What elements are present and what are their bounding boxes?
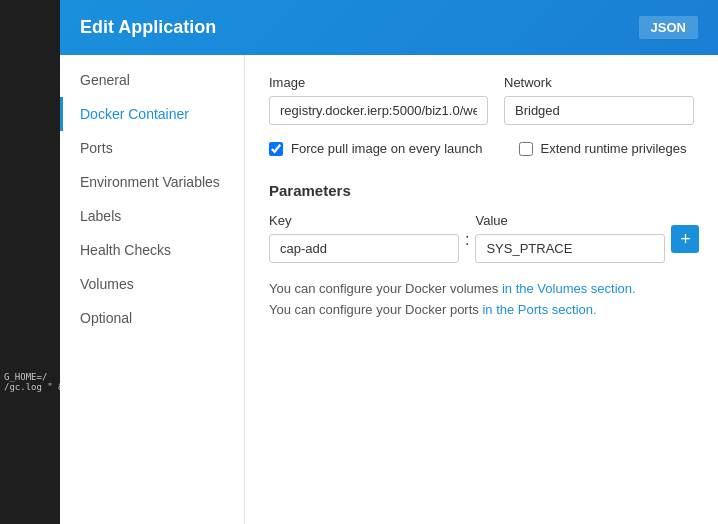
volumes-link[interactable]: in the Volumes section. bbox=[502, 281, 636, 296]
force-pull-row: Force pull image on every launch bbox=[269, 141, 483, 156]
force-pull-label: Force pull image on every launch bbox=[291, 141, 483, 156]
modal-title: Edit Application bbox=[80, 17, 216, 38]
main-content: Image Network Force pull image on every … bbox=[245, 55, 718, 524]
key-label: Key bbox=[269, 213, 459, 228]
value-input[interactable] bbox=[475, 234, 665, 263]
modal-header: Edit Application JSON bbox=[60, 0, 718, 55]
ports-link[interactable]: in the Ports section. bbox=[482, 302, 596, 317]
parameters-row: Key : Value + bbox=[269, 213, 694, 263]
checkboxes-row: Force pull image on every launch Extend … bbox=[269, 141, 694, 164]
json-button[interactable]: JSON bbox=[639, 16, 698, 39]
image-network-row: Image Network bbox=[269, 75, 694, 125]
edit-application-modal: Edit Application JSON General Docker Con… bbox=[60, 0, 718, 524]
add-parameter-button[interactable]: + bbox=[671, 225, 699, 253]
sidebar-item-labels[interactable]: Labels bbox=[60, 199, 244, 233]
sidebar-item-volumes[interactable]: Volumes bbox=[60, 267, 244, 301]
sidebar-item-optional[interactable]: Optional bbox=[60, 301, 244, 335]
image-label: Image bbox=[269, 75, 488, 90]
info-text: You can configure your Docker volumes in… bbox=[269, 279, 694, 321]
sidebar-item-health-checks[interactable]: Health Checks bbox=[60, 233, 244, 267]
force-pull-checkbox[interactable] bbox=[269, 142, 283, 156]
value-label: Value bbox=[475, 213, 665, 228]
terminal-text: G_HOME=/ /gc.log " && bbox=[0, 370, 60, 394]
sidebar-item-environment-variables[interactable]: Environment Variables bbox=[60, 165, 244, 199]
extend-privileges-checkbox[interactable] bbox=[519, 142, 533, 156]
network-label: Network bbox=[504, 75, 694, 90]
parameters-title: Parameters bbox=[269, 182, 694, 199]
sidebar-item-general[interactable]: General bbox=[60, 63, 244, 97]
network-group: Network bbox=[504, 75, 694, 125]
info-line-ports: You can configure your Docker ports in t… bbox=[269, 300, 694, 321]
extend-privileges-row: Extend runtime privileges bbox=[519, 141, 687, 156]
key-group: Key bbox=[269, 213, 459, 263]
info-line-volumes: You can configure your Docker volumes in… bbox=[269, 279, 694, 300]
terminal-background bbox=[0, 0, 60, 524]
modal-body: General Docker Container Ports Environme… bbox=[60, 55, 718, 524]
extend-privileges-label: Extend runtime privileges bbox=[541, 141, 687, 156]
sidebar: General Docker Container Ports Environme… bbox=[60, 55, 245, 524]
sidebar-item-ports[interactable]: Ports bbox=[60, 131, 244, 165]
key-input[interactable] bbox=[269, 234, 459, 263]
colon-separator: : bbox=[465, 227, 469, 249]
network-input[interactable] bbox=[504, 96, 694, 125]
image-group: Image bbox=[269, 75, 488, 125]
sidebar-item-docker-container[interactable]: Docker Container bbox=[60, 97, 244, 131]
value-group: Value bbox=[475, 213, 665, 263]
image-input[interactable] bbox=[269, 96, 488, 125]
